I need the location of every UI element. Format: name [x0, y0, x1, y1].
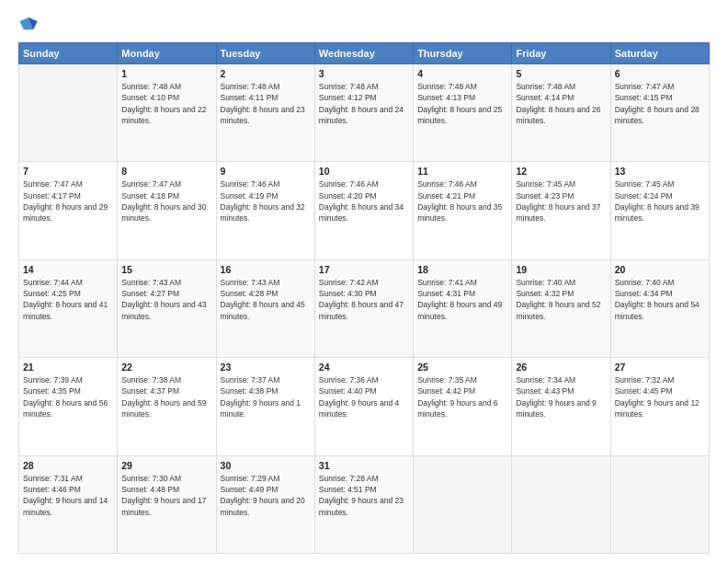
day-number: 1 — [121, 68, 211, 79]
weekday-header-thursday: Thursday — [414, 43, 512, 64]
day-detail: Sunrise: 7:45 AMSunset: 4:24 PMDaylight:… — [615, 178, 705, 224]
day-detail: Sunrise: 7:46 AMSunset: 4:19 PMDaylight:… — [221, 178, 311, 224]
day-number: 20 — [615, 264, 705, 275]
calendar-cell: 18Sunrise: 7:41 AMSunset: 4:31 PMDayligh… — [414, 259, 512, 357]
day-number: 30 — [221, 460, 311, 471]
calendar-cell: 19Sunrise: 7:40 AMSunset: 4:32 PMDayligh… — [512, 259, 610, 357]
logo-icon — [18, 15, 39, 35]
day-number: 26 — [516, 362, 606, 373]
calendar-cell — [610, 455, 709, 553]
day-detail: Sunrise: 7:43 AMSunset: 4:27 PMDaylight:… — [121, 277, 211, 322]
day-number: 29 — [121, 460, 211, 471]
calendar-cell: 14Sunrise: 7:44 AMSunset: 4:25 PMDayligh… — [19, 259, 118, 357]
day-detail: Sunrise: 7:48 AMSunset: 4:11 PMDaylight:… — [221, 81, 311, 126]
calendar-cell: 29Sunrise: 7:30 AMSunset: 4:48 PMDayligh… — [118, 455, 216, 553]
calendar-cell: 13Sunrise: 7:45 AMSunset: 4:24 PMDayligh… — [610, 162, 709, 259]
day-detail: Sunrise: 7:41 AMSunset: 4:31 PMDaylight:… — [417, 277, 507, 322]
day-number: 16 — [221, 264, 311, 275]
calendar-page: SundayMondayTuesdayWednesdayThursdayFrid… — [0, 0, 728, 563]
calendar-cell: 25Sunrise: 7:35 AMSunset: 4:42 PMDayligh… — [414, 358, 512, 455]
day-number: 11 — [417, 166, 507, 177]
calendar-cell: 1Sunrise: 7:48 AMSunset: 4:10 PMDaylight… — [118, 64, 216, 162]
day-number: 18 — [417, 264, 507, 275]
day-number: 9 — [221, 166, 311, 177]
day-number: 15 — [121, 264, 211, 275]
day-detail: Sunrise: 7:45 AMSunset: 4:23 PMDaylight:… — [516, 178, 606, 224]
calendar-cell: 16Sunrise: 7:43 AMSunset: 4:28 PMDayligh… — [216, 259, 314, 357]
day-detail: Sunrise: 7:47 AMSunset: 4:15 PMDaylight:… — [615, 81, 705, 126]
day-number: 4 — [417, 68, 507, 79]
day-detail: Sunrise: 7:30 AMSunset: 4:48 PMDaylight:… — [121, 473, 211, 518]
day-detail: Sunrise: 7:48 AMSunset: 4:13 PMDaylight:… — [417, 81, 507, 126]
calendar-cell: 11Sunrise: 7:46 AMSunset: 4:21 PMDayligh… — [414, 162, 512, 259]
calendar-table: SundayMondayTuesdayWednesdayThursdayFrid… — [18, 42, 710, 554]
day-detail: Sunrise: 7:43 AMSunset: 4:28 PMDaylight:… — [221, 277, 311, 322]
day-number: 24 — [319, 362, 409, 373]
day-detail: Sunrise: 7:28 AMSunset: 4:51 PMDaylight:… — [319, 473, 409, 518]
day-detail: Sunrise: 7:48 AMSunset: 4:12 PMDaylight:… — [319, 81, 409, 126]
day-detail: Sunrise: 7:44 AMSunset: 4:25 PMDaylight:… — [23, 277, 113, 322]
day-detail: Sunrise: 7:37 AMSunset: 4:38 PMDaylight:… — [221, 374, 311, 419]
day-detail: Sunrise: 7:42 AMSunset: 4:30 PMDaylight:… — [319, 277, 409, 322]
calendar-week-row: 28Sunrise: 7:31 AMSunset: 4:46 PMDayligh… — [19, 455, 710, 553]
weekday-header-sunday: Sunday — [19, 43, 118, 64]
calendar-cell: 17Sunrise: 7:42 AMSunset: 4:30 PMDayligh… — [314, 259, 413, 357]
day-detail: Sunrise: 7:46 AMSunset: 4:21 PMDaylight:… — [417, 178, 507, 224]
day-detail: Sunrise: 7:40 AMSunset: 4:34 PMDaylight:… — [615, 277, 705, 322]
calendar-week-row: 21Sunrise: 7:39 AMSunset: 4:35 PMDayligh… — [19, 358, 710, 455]
day-detail: Sunrise: 7:32 AMSunset: 4:45 PMDaylight:… — [615, 374, 705, 419]
day-number: 12 — [516, 166, 606, 177]
calendar-cell: 5Sunrise: 7:48 AMSunset: 4:14 PMDaylight… — [512, 64, 610, 162]
calendar-week-row: 7Sunrise: 7:47 AMSunset: 4:17 PMDaylight… — [19, 162, 710, 259]
calendar-cell: 6Sunrise: 7:47 AMSunset: 4:15 PMDaylight… — [610, 64, 709, 162]
day-number: 23 — [221, 362, 311, 373]
day-detail: Sunrise: 7:39 AMSunset: 4:35 PMDaylight:… — [23, 374, 113, 419]
weekday-header-wednesday: Wednesday — [314, 43, 413, 64]
day-detail: Sunrise: 7:48 AMSunset: 4:14 PMDaylight:… — [516, 81, 606, 126]
calendar-cell: 30Sunrise: 7:29 AMSunset: 4:49 PMDayligh… — [216, 455, 314, 553]
calendar-cell: 22Sunrise: 7:38 AMSunset: 4:37 PMDayligh… — [118, 358, 216, 455]
calendar-cell: 8Sunrise: 7:47 AMSunset: 4:18 PMDaylight… — [118, 162, 216, 259]
weekday-header-tuesday: Tuesday — [216, 43, 314, 64]
day-detail: Sunrise: 7:29 AMSunset: 4:49 PMDaylight:… — [221, 473, 311, 518]
calendar-cell — [512, 455, 610, 553]
day-number: 8 — [121, 166, 211, 177]
calendar-cell: 9Sunrise: 7:46 AMSunset: 4:19 PMDaylight… — [216, 162, 314, 259]
day-detail: Sunrise: 7:48 AMSunset: 4:10 PMDaylight:… — [121, 81, 211, 126]
day-detail: Sunrise: 7:47 AMSunset: 4:17 PMDaylight:… — [23, 178, 113, 224]
weekday-header-monday: Monday — [118, 43, 216, 64]
calendar-cell: 27Sunrise: 7:32 AMSunset: 4:45 PMDayligh… — [610, 358, 709, 455]
calendar-cell: 23Sunrise: 7:37 AMSunset: 4:38 PMDayligh… — [216, 358, 314, 455]
day-detail: Sunrise: 7:38 AMSunset: 4:37 PMDaylight:… — [121, 374, 211, 419]
calendar-cell: 21Sunrise: 7:39 AMSunset: 4:35 PMDayligh… — [19, 358, 118, 455]
day-number: 28 — [23, 460, 113, 471]
day-number: 7 — [23, 166, 113, 177]
day-number: 13 — [615, 166, 705, 177]
day-number: 17 — [319, 264, 409, 275]
weekday-header-friday: Friday — [512, 43, 610, 64]
calendar-cell — [19, 64, 118, 162]
day-number: 27 — [615, 362, 705, 373]
weekday-header-saturday: Saturday — [610, 43, 709, 64]
calendar-cell: 10Sunrise: 7:46 AMSunset: 4:20 PMDayligh… — [314, 162, 413, 259]
calendar-cell: 31Sunrise: 7:28 AMSunset: 4:51 PMDayligh… — [314, 455, 413, 553]
day-detail: Sunrise: 7:31 AMSunset: 4:46 PMDaylight:… — [23, 473, 113, 518]
calendar-cell: 24Sunrise: 7:36 AMSunset: 4:40 PMDayligh… — [314, 358, 413, 455]
day-number: 10 — [319, 166, 409, 177]
calendar-cell: 7Sunrise: 7:47 AMSunset: 4:17 PMDaylight… — [19, 162, 118, 259]
calendar-cell: 2Sunrise: 7:48 AMSunset: 4:11 PMDaylight… — [216, 64, 314, 162]
day-number: 22 — [121, 362, 211, 373]
calendar-cell: 26Sunrise: 7:34 AMSunset: 4:43 PMDayligh… — [512, 358, 610, 455]
day-number: 21 — [23, 362, 113, 373]
day-number: 31 — [319, 460, 409, 471]
day-detail: Sunrise: 7:40 AMSunset: 4:32 PMDaylight:… — [516, 277, 606, 322]
day-number: 19 — [516, 264, 606, 275]
day-detail: Sunrise: 7:46 AMSunset: 4:20 PMDaylight:… — [319, 178, 409, 224]
day-detail: Sunrise: 7:35 AMSunset: 4:42 PMDaylight:… — [417, 374, 507, 419]
logo — [18, 15, 42, 35]
day-number: 25 — [417, 362, 507, 373]
weekday-header-row: SundayMondayTuesdayWednesdayThursdayFrid… — [19, 43, 710, 64]
day-number: 2 — [221, 68, 311, 79]
day-number: 5 — [516, 68, 606, 79]
calendar-cell: 3Sunrise: 7:48 AMSunset: 4:12 PMDaylight… — [314, 64, 413, 162]
